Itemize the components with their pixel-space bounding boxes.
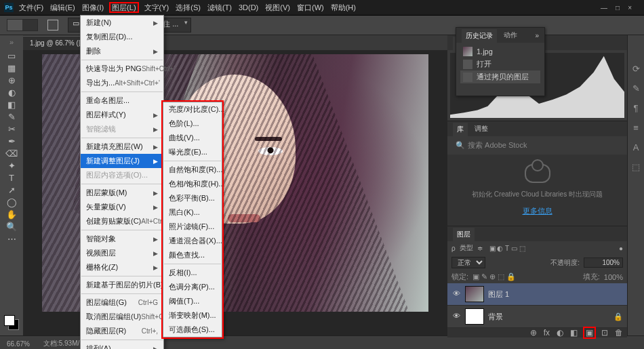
maximize-button[interactable]: □ <box>616 4 628 12</box>
view-toggle[interactable] <box>7 19 38 31</box>
menu-item[interactable]: 快速导出为 PNGShift+Ctrl+' <box>81 62 163 76</box>
layer-footer-icon[interactable]: ◐ <box>557 328 563 337</box>
menu-选择[interactable]: 选择(S) <box>176 3 201 12</box>
opacity-field[interactable]: 100% <box>584 258 623 268</box>
menu-item[interactable]: 删除▶ <box>81 44 163 58</box>
menu-item[interactable]: 色相/饱和度(H)... <box>163 177 222 191</box>
menu-item[interactable]: 新建填充图层(W)▶ <box>81 140 163 154</box>
close-button[interactable]: × <box>628 4 640 12</box>
dock-icon[interactable]: ¶ <box>634 103 639 113</box>
layer-row[interactable]: 👁背景🔒 <box>447 306 627 328</box>
menu-item[interactable]: 曲线(V)... <box>163 131 222 145</box>
menu-item[interactable]: 新建(N)▶ <box>81 16 163 30</box>
zoom-level[interactable]: 66.67% <box>7 340 30 348</box>
menu-图层[interactable]: 图层(L) <box>110 3 137 12</box>
menu-item[interactable]: 照片滤镜(F)... <box>163 220 222 234</box>
menu-item[interactable]: 反相(I)... <box>163 266 222 280</box>
menu-item[interactable]: 新建基于图层的切片(B) <box>81 278 163 292</box>
tool[interactable]: ✋ <box>5 209 18 221</box>
menu-item[interactable]: 图层蒙版(M)▶ <box>81 186 163 200</box>
tool[interactable]: ◯ <box>5 197 18 209</box>
menu-item[interactable]: 可选颜色(S)... <box>163 323 222 337</box>
tool[interactable]: ➚ <box>5 184 18 197</box>
tool[interactable]: ✎ <box>5 111 18 123</box>
menu-item[interactable]: 图层编组(G)Ctrl+G <box>81 295 163 310</box>
menu-item[interactable]: 颜色查找... <box>163 248 222 262</box>
tool[interactable]: ◧ <box>5 99 18 111</box>
menu-item[interactable]: 智能对象▶ <box>81 232 163 246</box>
history-step[interactable]: 打开 <box>460 58 540 70</box>
menu-item[interactable]: 新建调整图层(J)▶ <box>81 154 163 168</box>
menu-item[interactable]: 色调分离(P)... <box>163 280 222 294</box>
tool[interactable]: ▦ <box>5 62 18 75</box>
tab-adjustments[interactable]: 调整 <box>475 124 488 134</box>
tool[interactable]: ▭ <box>5 50 18 62</box>
tool[interactable]: ◐ <box>5 87 18 99</box>
dock-icon[interactable]: ≡ <box>633 123 639 133</box>
layer-footer-icon[interactable]: 🗑 <box>615 328 623 337</box>
menu-帮助[interactable]: 帮助(H) <box>331 3 356 12</box>
layer-footer-icon[interactable]: ▣ <box>584 328 595 337</box>
tool[interactable]: ✦ <box>5 160 18 172</box>
menu-item[interactable]: 栅格化(Z)▶ <box>81 260 163 274</box>
menu-item[interactable]: 取消图层编组(U)Shift+Ctrl+G <box>81 310 163 324</box>
history-doc[interactable]: 1.jpg <box>460 45 540 58</box>
blend-mode-select[interactable]: 正常 <box>451 257 485 268</box>
tool[interactable]: T <box>5 172 18 184</box>
menu-item[interactable]: 自然饱和度(R)... <box>163 163 222 177</box>
fill-field[interactable]: 100% <box>604 273 623 281</box>
lock-icons[interactable]: ▣ ✎ ⊕ ⬚ 🔒 <box>472 272 516 281</box>
tool[interactable]: ✂ <box>5 123 18 136</box>
menu-item[interactable]: 阈值(T)... <box>163 294 222 308</box>
menu-item[interactable]: 视频图层▶ <box>81 246 163 260</box>
menu-视图[interactable]: 视图(V) <box>265 3 290 12</box>
menu-item[interactable]: 导出为...Alt+Shift+Ctrl+' <box>81 76 163 90</box>
layer-footer-icon[interactable]: ⊕ <box>530 328 537 337</box>
menu-item[interactable]: 隐藏图层(R)Ctrl+, <box>81 324 163 338</box>
more-info-link[interactable]: 更多信息 <box>523 206 552 216</box>
tab-libraries[interactable]: 库 <box>453 123 468 136</box>
dock-icon[interactable]: ⟳ <box>632 64 640 74</box>
menu-滤镜[interactable]: 滤镜(T) <box>207 3 232 12</box>
menu-item[interactable]: 复制图层(D)... <box>81 30 163 44</box>
layer-footer-icon[interactable]: fx <box>544 328 550 337</box>
tool[interactable]: ⋯ <box>5 233 18 245</box>
tool[interactable]: 🔍 <box>5 221 18 233</box>
menu-item[interactable]: 渐变映射(M)... <box>163 308 222 323</box>
menu-图像[interactable]: 图像(I) <box>82 3 104 12</box>
tool[interactable]: ⌫ <box>5 148 18 160</box>
menu-窗口[interactable]: 窗口(W) <box>297 3 324 12</box>
menu-item[interactable]: 创建剪贴蒙版(C)Alt+Ctrl+G <box>81 214 163 228</box>
dock-icon[interactable]: ✎ <box>632 83 640 94</box>
menu-item[interactable]: 矢量蒙版(V)▶ <box>81 200 163 214</box>
menu-文字[interactable]: 文字(Y) <box>144 3 169 12</box>
menu-item[interactable]: 重命名图层... <box>81 94 163 108</box>
tool[interactable]: ✒ <box>5 136 18 148</box>
menu-item[interactable]: 色阶(L)... <box>163 117 222 131</box>
menu-3D[interactable]: 3D(D) <box>239 3 258 12</box>
dock-icon[interactable]: A <box>633 142 639 152</box>
tab-history[interactable]: 历史记录 <box>462 29 497 43</box>
tool[interactable]: ⊕ <box>5 75 18 87</box>
dock-icon[interactable]: ⬚ <box>632 162 640 172</box>
menu-item[interactable]: 排列(A)▶ <box>81 342 163 349</box>
visibility-icon[interactable]: 👁 <box>451 289 461 299</box>
window-controls[interactable]: —□× <box>601 4 640 12</box>
menu-item[interactable]: 黑白(K)... <box>163 205 222 220</box>
stock-search-input[interactable]: 🔍搜索 Adobe Stock <box>451 139 623 152</box>
tab-layers[interactable]: 图层 <box>453 228 475 241</box>
layer-row[interactable]: 👁图层 1 <box>447 283 627 306</box>
menu-item[interactable]: 色彩平衡(B)... <box>163 191 222 205</box>
menu-item[interactable]: 图层样式(Y)▶ <box>81 108 163 122</box>
menu-文件[interactable]: 文件(F) <box>19 3 43 12</box>
layer-footer-icon[interactable]: ⊡ <box>601 328 608 337</box>
menu-item[interactable]: 亮度/对比度(C)... <box>163 102 222 117</box>
menu-item[interactable]: 曝光度(E)... <box>163 145 222 159</box>
layer-filter-kind[interactable]: 类型 <box>460 243 473 253</box>
color-swatch[interactable] <box>4 315 19 330</box>
visibility-icon[interactable]: 👁 <box>451 312 461 321</box>
menu-编辑[interactable]: 编辑(E) <box>50 3 75 12</box>
layer-footer-icon[interactable]: ◧ <box>570 328 578 337</box>
tab-actions[interactable]: 动作 <box>504 30 517 40</box>
menu-item[interactable]: 通道混合器(X)... <box>163 234 222 248</box>
